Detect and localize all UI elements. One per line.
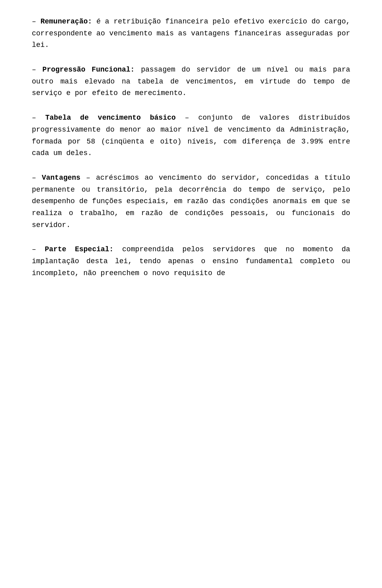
tabela-block: – Tabela de vencimento básico – conjunto… [32,112,350,159]
remuneracao-label: Remuneração: [41,17,92,25]
vantagens-dash: – [32,174,42,182]
remuneracao-dash: – [32,17,41,25]
parte-especial-dash: – [32,245,45,253]
vantagens-paragraph: – Vantagens – acréscimos ao vencimento d… [32,172,350,231]
vantagens-dash2: – [80,174,96,182]
tabela-dash: – [32,114,45,122]
parte-especial-label: Parte Especial: [45,245,113,253]
vantagens-text: acréscimos ao vencimento do servidor, co… [32,174,350,229]
progressao-paragraph: – Progressão Funcional: passagem do serv… [32,64,350,99]
remuneracao-paragraph: – Remuneração: é a retribuição financeir… [32,16,350,51]
remuneracao-block: – Remuneração: é a retribuição financeir… [32,16,350,51]
parte-especial-paragraph: – Parte Especial: compreendida pelos ser… [32,244,350,279]
tabela-dash2: – [176,114,199,122]
progressao-block: – Progressão Funcional: passagem do serv… [32,64,350,99]
vantagens-block: – Vantagens – acréscimos ao vencimento d… [32,172,350,231]
tabela-paragraph: – Tabela de vencimento básico – conjunto… [32,112,350,159]
progressao-label: Progressão Funcional: [43,66,135,74]
vantagens-label: Vantagens [42,174,80,182]
main-content: – Remuneração: é a retribuição financeir… [32,16,350,279]
tabela-label: Tabela de vencimento básico [45,114,176,122]
progressao-dash: – [32,66,43,74]
parte-especial-block: – Parte Especial: compreendida pelos ser… [32,244,350,279]
